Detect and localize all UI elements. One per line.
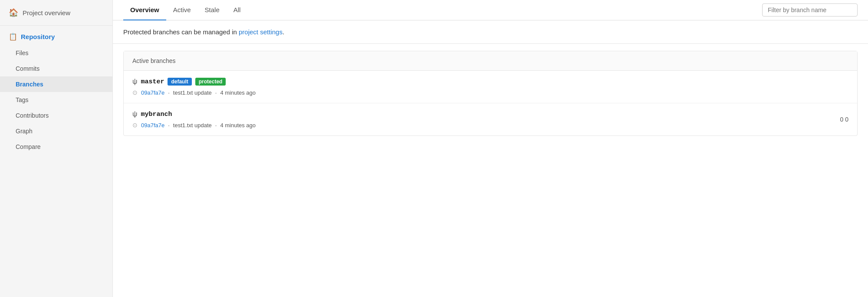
sidebar-item-compare[interactable]: Compare: [0, 139, 112, 155]
commit-time: 4 minutes ago: [220, 89, 256, 96]
tab-stale[interactable]: Stale: [198, 0, 227, 20]
commit-hash[interactable]: 09a7fa7e: [141, 89, 164, 96]
tab-bar-inner: OverviewActiveStaleAll: [123, 0, 762, 20]
badge-default: default: [168, 78, 191, 86]
main-content: OverviewActiveStaleAll Protected branche…: [113, 0, 868, 297]
commit-separator: ·: [168, 122, 170, 129]
branch-row: ψmasterdefaultprotected⊙09a7fa7e·test1.t…: [124, 71, 857, 103]
branch-icon: ψ: [132, 110, 137, 118]
commit-icon: ⊙: [132, 122, 138, 129]
commit-separator-2: ·: [215, 89, 217, 96]
repo-icon: 📋: [9, 33, 17, 41]
branches-section: Active branches ψmasterdefaultprotected⊙…: [123, 51, 858, 136]
sidebar-item-project-overview[interactable]: 🏠 Project overview: [0, 0, 112, 26]
project-settings-link[interactable]: project settings: [239, 28, 283, 36]
badge-protected: protected: [195, 78, 226, 86]
commit-hash[interactable]: 09a7fa7e: [141, 122, 164, 129]
commit-separator-2: ·: [215, 122, 217, 129]
project-overview-label: Project overview: [23, 9, 70, 16]
branch-row: ψmybranch⊙09a7fa7e·test1.txt update·4 mi…: [124, 103, 857, 135]
commit-icon: ⊙: [132, 89, 138, 96]
home-icon: 🏠: [9, 8, 18, 17]
info-text-after: .: [283, 28, 284, 36]
branches-list: ψmasterdefaultprotected⊙09a7fa7e·test1.t…: [124, 71, 857, 135]
content-area: Protected branches can be managed in pro…: [113, 20, 868, 297]
tab-active[interactable]: Active: [166, 0, 198, 20]
sidebar-item-tags[interactable]: Tags: [0, 92, 112, 108]
branch-name: mybranch: [141, 111, 172, 118]
sidebar-section-repository[interactable]: 📋 Repository: [0, 26, 112, 45]
branch-icon: ψ: [132, 78, 137, 86]
commit-message: test1.txt update: [173, 89, 212, 96]
sidebar-item-files[interactable]: Files: [0, 45, 112, 61]
tab-overview[interactable]: Overview: [123, 0, 166, 20]
branch-name: master: [141, 78, 164, 86]
repository-label: Repository: [21, 33, 55, 40]
active-branches-header: Active branches: [124, 51, 857, 71]
commit-time: 4 minutes ago: [220, 122, 256, 129]
branch-commit-row: ⊙09a7fa7e·test1.txt update·4 minutes ago: [132, 89, 848, 96]
branch-filter-input[interactable]: [762, 3, 858, 16]
sidebar: 🏠 Project overview 📋 Repository FilesCom…: [0, 0, 113, 297]
sidebar-item-branches[interactable]: Branches: [0, 76, 112, 92]
sidebar-item-commits[interactable]: Commits: [0, 61, 112, 76]
sidebar-item-graph[interactable]: Graph: [0, 123, 112, 139]
sidebar-item-contributors[interactable]: Contributors: [0, 108, 112, 123]
tab-all[interactable]: All: [227, 0, 248, 20]
branch-commit-row: ⊙09a7fa7e·test1.txt update·4 minutes ago: [132, 122, 848, 129]
branch-name-row: ψmybranch: [132, 110, 848, 118]
sidebar-nav: FilesCommitsBranchesTagsContributorsGrap…: [0, 45, 112, 155]
commit-separator: ·: [168, 89, 170, 96]
tab-bar: OverviewActiveStaleAll: [113, 0, 868, 20]
branch-right-info: 0 0: [840, 116, 848, 123]
commit-message: test1.txt update: [173, 122, 212, 129]
branch-name-row: ψmasterdefaultprotected: [132, 78, 848, 86]
info-text-before: Protected branches can be managed in: [123, 28, 239, 36]
info-banner: Protected branches can be managed in pro…: [113, 20, 868, 44]
